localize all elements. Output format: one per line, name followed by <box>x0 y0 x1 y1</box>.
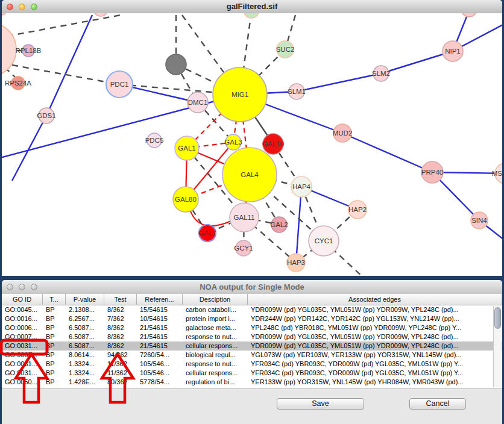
column-header-referen[interactable]: Referen... <box>137 294 183 305</box>
table-cell[interactable]: 1.3324... <box>66 360 104 369</box>
network-edge[interactable] <box>46 15 92 116</box>
column-header-go-id[interactable]: GO ID <box>2 294 43 305</box>
table-cell[interactable]: BP <box>43 323 66 332</box>
table-cell[interactable]: 8/362 <box>104 305 137 314</box>
column-header-t[interactable]: T... <box>43 294 66 305</box>
column-header-desciption[interactable]: Desciption <box>183 294 248 305</box>
column-header-associated-edges[interactable]: Associated edges <box>248 294 502 305</box>
table-cell[interactable]: 8/362 <box>104 323 137 332</box>
table-row[interactable]: GO:0065...BP8.0614...94/3627260/54...bio… <box>2 351 502 360</box>
table-cell[interactable]: 10/54615 <box>137 314 183 323</box>
table-row[interactable]: GO:0031...BP1.3324...11/362105/546...res… <box>2 360 502 369</box>
vertical-scrollbar[interactable] <box>493 306 502 387</box>
table-cell[interactable]: response to nut... <box>183 360 248 369</box>
table-cell[interactable]: GO:0016... <box>2 314 43 323</box>
table-cell[interactable]: BP <box>43 305 66 314</box>
table-cell[interactable]: GO:0050... <box>2 378 43 387</box>
network-edge[interactable] <box>296 187 301 263</box>
table-cell[interactable]: 6.5087... <box>66 332 104 341</box>
table-row[interactable]: GO:0031...BP6.5087...8/36221/54615cellul… <box>2 341 502 351</box>
network-edge[interactable] <box>190 210 231 226</box>
table-cell[interactable]: BP <box>43 332 66 341</box>
table-cell[interactable]: GO:0065... <box>2 351 43 360</box>
network-edge[interactable] <box>381 51 453 73</box>
table-cell[interactable]: GO:0031... <box>2 341 43 351</box>
network-node[interactable] <box>244 13 259 18</box>
table-cell[interactable]: carbon cataboli... <box>183 305 248 314</box>
table-row[interactable]: GO:0016...BP6.2567...7/36210/54615protei… <box>2 314 502 323</box>
table-cell[interactable]: YDR009W (pd) YGL035C, YML051W (pp) YDR00… <box>248 341 502 351</box>
table-cell[interactable]: regulation of bi... <box>183 378 248 387</box>
table-cell[interactable]: YGL073W (pd) YER103W, YER133W (pp) YOR31… <box>248 351 502 360</box>
table-cell[interactable]: 2.1308... <box>66 305 104 314</box>
table-row[interactable]: GO:0006...BP6.5087...8/36221/54615galact… <box>2 323 502 332</box>
table-cell[interactable]: 1.428E... <box>66 378 104 387</box>
table-cell[interactable]: BP <box>43 314 66 323</box>
table-cell[interactable]: 1.3324... <box>66 369 104 378</box>
table-cell[interactable]: YFR034C (pd) YBR093C, YDR009W (pd) YGL03… <box>248 369 502 378</box>
table-cell[interactable]: BP <box>43 341 66 351</box>
table-cell[interactable]: 21/54615 <box>137 341 183 351</box>
table-row[interactable]: GO:0045...BP2.1308...8/36215/54615carbon… <box>2 305 502 314</box>
table-cell[interactable]: 6.5087... <box>66 341 104 351</box>
table-cell[interactable]: BP <box>43 351 66 360</box>
table-cell[interactable]: 8/362 <box>104 341 137 351</box>
table-cell[interactable]: 8/362 <box>104 332 137 341</box>
column-header-p-value[interactable]: P-value <box>66 294 104 305</box>
table-cell[interactable]: YER133W (pp) YOR315W, YNL145W (pd) YHR08… <box>248 378 502 387</box>
table-cell[interactable]: YPL248C (pd) YBR018C, YML051W (pp) YDR00… <box>248 323 502 332</box>
network-node[interactable] <box>166 54 186 75</box>
table-row[interactable]: GO:0007...BP6.5087...8/36221/54615respon… <box>2 332 502 341</box>
cancel-button[interactable]: Cancel <box>409 398 466 410</box>
table-cell[interactable]: 105/546... <box>137 360 183 369</box>
table-cell[interactable]: 94/362 <box>104 351 137 360</box>
network-edge[interactable] <box>7 15 121 36</box>
table-row[interactable]: GO:0050...BP1.428E...80/3625778/54...reg… <box>2 378 502 387</box>
table-cell[interactable]: cellular respons... <box>183 341 248 351</box>
table-cell[interactable]: YDR244W (pp) YDR142C, YDR142C (pp) YGL15… <box>248 314 502 323</box>
table-cell[interactable]: response to nut... <box>183 332 248 341</box>
table-cell[interactable]: YFR034C (pd) YBR093C, YDR009W (pd) YGL03… <box>248 360 502 369</box>
table-cell[interactable]: GO:0045... <box>2 305 43 314</box>
scrollbar-thumb[interactable] <box>494 307 501 329</box>
table-cell[interactable]: 15/54615 <box>137 305 183 314</box>
table-cell[interactable]: BP <box>43 369 66 378</box>
save-button[interactable]: Save <box>277 398 364 410</box>
table-cell[interactable]: 11/362 <box>104 360 137 369</box>
table-cell[interactable]: YDR009W (pd) YGL035C, YML051W (pp) YDR00… <box>248 305 502 314</box>
table-cell[interactable]: GO:0007... <box>2 332 43 341</box>
table-cell[interactable]: galactose meta... <box>183 323 248 332</box>
network-node[interactable] <box>2 13 8 15</box>
table-cell[interactable]: GO:0031... <box>2 369 43 378</box>
table-cell[interactable]: GO:0006... <box>2 323 43 332</box>
table-row[interactable]: GO:0031...BP1.3324...11/362105/546...cel… <box>2 369 502 378</box>
table-cell[interactable]: cellular respons... <box>183 369 248 378</box>
table-cell[interactable]: 7260/54... <box>137 351 183 360</box>
table-cell[interactable]: 21/54615 <box>137 323 183 332</box>
table-cell[interactable]: 7/362 <box>104 314 137 323</box>
table-cell[interactable]: BP <box>43 360 66 369</box>
column-header-test[interactable]: Test <box>104 294 137 305</box>
table-cell[interactable]: 21/54615 <box>137 332 183 341</box>
table-cell[interactable]: 6.5087... <box>66 323 104 332</box>
screen: { "window": { "title": "galFiltered.sif"… <box>0 0 504 424</box>
table-cell[interactable]: 11/362 <box>104 369 137 378</box>
table-cell[interactable]: BP <box>43 378 66 387</box>
network-canvas[interactable]: RPL18BRPS24AGDS1PDC1DMC1MIG1SUC2SLM1SLM2… <box>2 13 502 276</box>
network-node[interactable] <box>93 13 108 16</box>
table-cell[interactable]: biological regul... <box>183 351 248 360</box>
node-label: RPS24A <box>5 80 31 87</box>
table-cell[interactable]: 5778/54... <box>137 378 183 387</box>
network-edge[interactable] <box>297 73 381 92</box>
table-cell[interactable]: YDR009W (pd) YGL035C, YML051W (pp) YDR00… <box>248 332 502 341</box>
network-node[interactable] <box>461 13 477 17</box>
table-cell[interactable]: 80/362 <box>104 378 137 387</box>
network-edge[interactable] <box>12 116 46 181</box>
table-cell[interactable]: 6.2567... <box>66 314 104 323</box>
table-cell[interactable]: protein import i... <box>183 314 248 323</box>
table-cell[interactable]: GO:0031... <box>2 360 43 369</box>
table-cell[interactable]: 105/546... <box>137 369 183 378</box>
table-cell[interactable]: 8.0614... <box>66 351 104 360</box>
network-node[interactable] <box>2 22 16 76</box>
network-edge[interactable] <box>342 133 432 172</box>
